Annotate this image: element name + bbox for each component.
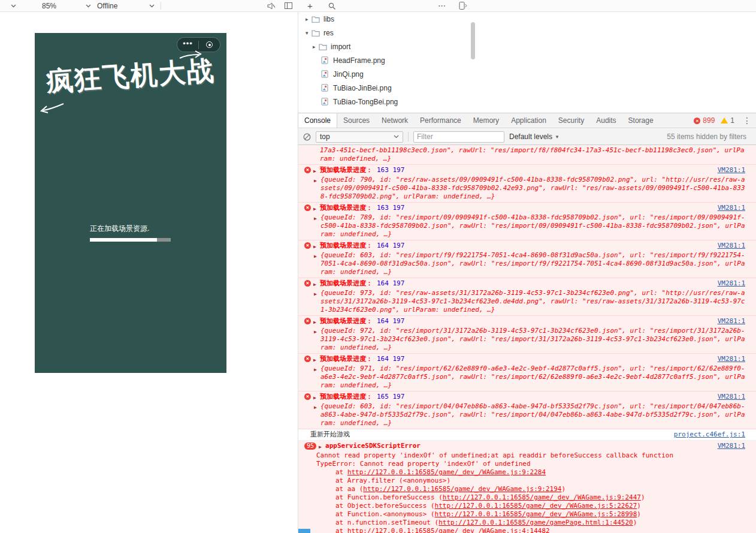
tree-item-import[interactable]: ▸import bbox=[298, 40, 478, 53]
error-label: 预加载场景进度： bbox=[320, 279, 373, 288]
hidden-items-info: 55 items hidden by filters bbox=[667, 133, 751, 141]
context-selector[interactable]: top bbox=[316, 131, 403, 143]
tree-item-label: res bbox=[323, 29, 334, 37]
stack-link[interactable]: http://127.0.0.1:16585/game/_dev_/WAGame… bbox=[443, 493, 641, 501]
toolbar-divider bbox=[161, 2, 161, 10]
expand-icon[interactable]: ▶ bbox=[313, 394, 320, 402]
tab-storage[interactable]: Storage bbox=[622, 113, 660, 128]
source-link[interactable]: VM281:1 bbox=[718, 442, 745, 450]
filter-input[interactable] bbox=[413, 131, 504, 143]
folder-icon bbox=[319, 43, 328, 50]
tab-memory[interactable]: Memory bbox=[467, 113, 505, 128]
warning-count[interactable]: 1 bbox=[730, 116, 734, 125]
expand-icon[interactable]: ▶ bbox=[313, 243, 320, 251]
console-error-message: 17a3-451c-becf-bb11198c3ec0.json", rawUr… bbox=[298, 145, 756, 165]
stack-link[interactable]: http://127.0.0.1:16585/game/_dev_/WAGame… bbox=[435, 502, 637, 510]
add-button[interactable]: + bbox=[307, 0, 313, 11]
vertical-scrollbar-thumb[interactable] bbox=[471, 22, 475, 59]
tab-sources[interactable]: Sources bbox=[337, 113, 376, 128]
expand-icon[interactable]: ▶ bbox=[314, 290, 320, 299]
stack-link[interactable]: http://127.0.0.1:16585/game/_dev_/WAGame… bbox=[347, 527, 550, 533]
object-preview[interactable]: ▶{queueId: 603, id: "res/import/f9/f9221… bbox=[314, 251, 745, 276]
devtools-tab-list: ConsoleSourcesNetworkPerformanceMemoryAp… bbox=[298, 113, 660, 128]
chevron-down-icon bbox=[394, 135, 399, 138]
error-label: 预加载场景进度： bbox=[320, 355, 373, 363]
expand-icon[interactable]: ▶ bbox=[313, 356, 320, 365]
expand-icon[interactable]: ▶ bbox=[313, 167, 320, 176]
device-preview-button[interactable] bbox=[459, 0, 467, 11]
object-preview[interactable]: ▶{queueId: 972, id: "res/import/31/3172a… bbox=[314, 327, 745, 352]
chevron-collapsed-icon[interactable]: ▸ bbox=[306, 16, 312, 22]
expand-icon[interactable]: ▶ bbox=[314, 328, 320, 336]
panel-layout-button[interactable] bbox=[285, 0, 292, 11]
object-preview[interactable]: ▶{queueId: 973, id: "res/raw-assets/31/3… bbox=[314, 289, 745, 314]
tab-audits[interactable]: Audits bbox=[590, 113, 622, 128]
source-link[interactable]: VM281:1 bbox=[718, 279, 745, 288]
object-preview[interactable]: ▶{queueId: 603, id: "res/import/04/047eb… bbox=[314, 402, 745, 427]
stack-frame: at aa (http://127.0.0.1:16585/game/_dev_… bbox=[316, 485, 745, 493]
more-button[interactable]: ⋯ bbox=[438, 0, 446, 11]
chevron-expanded-icon[interactable]: ▾ bbox=[306, 30, 312, 36]
search-button[interactable] bbox=[328, 0, 335, 11]
source-link[interactable]: VM281:1 bbox=[718, 355, 745, 363]
folder-icon bbox=[312, 29, 321, 37]
object-preview[interactable]: ▶{queueId: 971, id: "res/import/62/62e88… bbox=[314, 365, 745, 390]
toolbar-divider bbox=[408, 132, 409, 141]
tree-item-headframe-png[interactable]: HeadFrame.png bbox=[298, 53, 478, 67]
expand-icon[interactable]: ▶ bbox=[313, 205, 320, 213]
expand-icon[interactable]: ▶ bbox=[314, 177, 320, 185]
expand-icon[interactable]: ▶ bbox=[314, 366, 320, 374]
devtools-status: × 899 1 ⋮ bbox=[694, 116, 756, 125]
source-link[interactable]: VM281:1 bbox=[718, 317, 745, 326]
mute-button[interactable] bbox=[267, 0, 276, 11]
network-dropdown[interactable]: Offline bbox=[97, 0, 155, 11]
kebab-menu-icon[interactable]: ⋮ bbox=[743, 116, 751, 125]
loading-progress-bar bbox=[90, 238, 171, 242]
tree-item-libs[interactable]: ▸libs bbox=[298, 12, 478, 26]
expand-icon[interactable]: ▶ bbox=[319, 443, 325, 451]
source-link[interactable]: project.c46ef.js:1 bbox=[674, 430, 745, 439]
log-levels-dropdown[interactable]: Default levels ▼ bbox=[509, 133, 560, 141]
expand-icon[interactable]: ▶ bbox=[313, 281, 320, 289]
tab-security[interactable]: Security bbox=[552, 113, 590, 128]
error-icon: × bbox=[304, 280, 311, 287]
tab-network[interactable]: Network bbox=[376, 113, 414, 128]
error-numbers: 163 197 bbox=[377, 204, 404, 212]
object-preview[interactable]: ▶{queueId: 790, id: "res/raw-assets/09/0… bbox=[314, 176, 745, 201]
source-link[interactable]: VM281:1 bbox=[718, 393, 745, 401]
object-preview[interactable]: ▶{queueId: 789, id: "res/import/09/09094… bbox=[314, 213, 745, 239]
object-preview-text: {queueId: 603, id: "res/import/04/047eb8… bbox=[320, 402, 745, 427]
expand-icon[interactable]: ▶ bbox=[314, 252, 320, 261]
stack-link[interactable]: http://127.0.0.1:16585/game/_dev_/WAGame… bbox=[347, 468, 546, 476]
stack-frame: at Array.filter (<anonymous>) bbox=[316, 477, 745, 485]
error-count[interactable]: 899 bbox=[703, 116, 715, 125]
error-head: ×▶预加载场景进度：164 197 bbox=[298, 242, 712, 251]
window-menu-button[interactable] bbox=[11, 0, 16, 11]
stack-link[interactable]: http://127.0.0.1:16585/game/_dev_/WAGame… bbox=[363, 485, 561, 493]
stack-frame: at Function.<anonymous> (http://127.0.0.… bbox=[316, 510, 745, 519]
tree-item-res[interactable]: ▾res bbox=[298, 26, 478, 40]
source-link[interactable]: VM281:1 bbox=[718, 166, 745, 174]
zoom-dropdown[interactable]: 85% bbox=[42, 0, 91, 11]
chevron-collapsed-icon[interactable]: ▸ bbox=[313, 44, 319, 50]
tree-item-tubiao-tongbei-png[interactable]: TuBiao-TongBei.png bbox=[298, 95, 478, 109]
stack-link[interactable]: http://127.0.0.1:16585/game/gamePage.htm… bbox=[439, 519, 633, 526]
console-log-message: project.c46ef.js:1重新开始游戏 bbox=[298, 429, 756, 441]
network-value: Offline bbox=[97, 2, 117, 10]
tab-performance[interactable]: Performance bbox=[414, 113, 467, 128]
source-link[interactable]: VM281:1 bbox=[718, 204, 745, 212]
clear-console-icon[interactable] bbox=[303, 133, 311, 141]
expand-icon[interactable]: ▶ bbox=[314, 403, 320, 412]
source-link[interactable]: VM281:1 bbox=[718, 242, 745, 250]
tab-application[interactable]: Application bbox=[505, 113, 552, 128]
tab-console[interactable]: Console bbox=[298, 113, 337, 128]
stack-link[interactable]: http://127.0.0.1:16585/game/_dev_/WAGame… bbox=[435, 510, 637, 518]
expand-icon[interactable]: ▶ bbox=[313, 318, 320, 327]
more-icon: ••• bbox=[183, 40, 193, 47]
stack-frame: at Function.beforeSuccess (http://127.0.… bbox=[316, 493, 745, 502]
horizontal-scrollbar-thumb[interactable] bbox=[298, 529, 310, 533]
expand-icon[interactable]: ▶ bbox=[314, 215, 320, 223]
tree-item-jinqi-png[interactable]: JinQi.png bbox=[298, 67, 478, 81]
error-head: ×▶预加载场景进度：164 197 bbox=[298, 317, 712, 327]
tree-item-tubiao-jinbei-png[interactable]: TuBiao-JinBei.png bbox=[298, 81, 478, 95]
